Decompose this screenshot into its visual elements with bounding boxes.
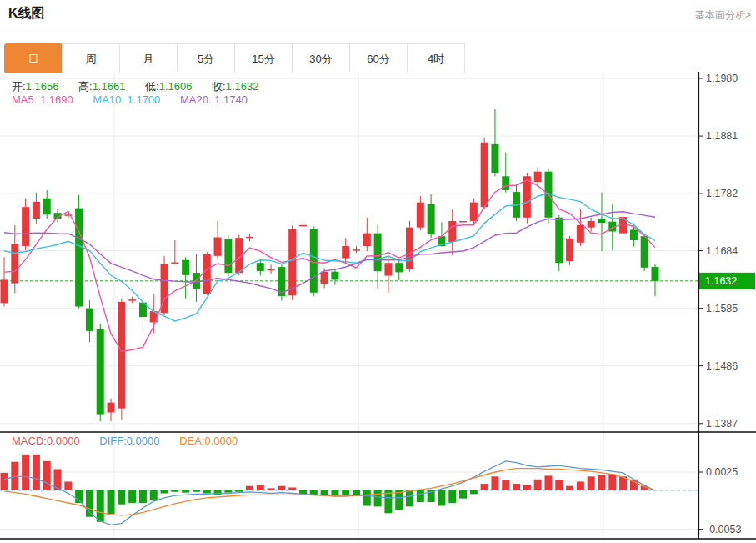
- candle-body: [97, 329, 104, 415]
- macd-hist-bar: [544, 475, 552, 490]
- macd-hist-bar: [161, 490, 168, 494]
- candle-body: [555, 218, 563, 263]
- price-tick-label: 1.1486: [706, 360, 738, 372]
- candle-body: [246, 237, 253, 239]
- macd-hist-bar: [278, 486, 285, 490]
- candle-body: [395, 263, 403, 272]
- macd-hist-bar: [470, 490, 478, 494]
- price-tick-label: 1.1684: [706, 245, 738, 257]
- candle-body: [1, 279, 8, 303]
- macd-hist-bar: [598, 475, 605, 490]
- ma20-value: 1.1740: [214, 93, 248, 106]
- candle-body: [502, 176, 509, 190]
- current-price-tag-label: 1.1632: [705, 275, 737, 287]
- macd-hist-bar: [353, 490, 360, 495]
- open-label: 开:: [12, 80, 26, 93]
- macd-hist-bar: [139, 490, 147, 503]
- macd-hist-bar: [374, 490, 382, 506]
- ma10-value: 1.1700: [128, 93, 161, 106]
- candle-body: [374, 234, 382, 271]
- candle-body: [224, 239, 232, 273]
- price-tick-label: 1.1881: [706, 130, 738, 142]
- macd-hist-bar: [321, 490, 328, 495]
- candle-body: [268, 269, 275, 271]
- candle-body: [203, 254, 211, 294]
- candle-body: [428, 204, 435, 234]
- macd-hist-bar: [363, 490, 371, 505]
- macd-hist-bar: [22, 455, 29, 490]
- price-tick-label: 1.1782: [706, 188, 738, 199]
- macd-hist-bar: [1, 473, 8, 490]
- macd-hist-bar: [268, 488, 275, 490]
- candle-body: [43, 199, 51, 215]
- candle-body: [353, 249, 360, 251]
- macd-hist-bar: [395, 490, 403, 510]
- diff-value: 0.0000: [127, 435, 160, 447]
- ma5-label: MA5:: [12, 93, 37, 106]
- kline-page: K线图 基本面分析> 日 周 月 5分 15分 30分 60分 4时 1.198…: [0, 0, 756, 543]
- candle-body: [331, 272, 338, 280]
- ma-legend: MA5: 1.1690 MA10: 1.1700 MA20: 1.1740: [12, 93, 264, 106]
- macd-hist-bar: [577, 481, 584, 490]
- candle-body: [534, 172, 542, 183]
- candle-body: [299, 225, 307, 227]
- candle-body: [118, 302, 125, 409]
- candle-body: [257, 263, 264, 271]
- price-tick-label: 1.1980: [706, 73, 738, 84]
- candle-body: [448, 221, 456, 242]
- candle-body: [108, 403, 115, 413]
- macd-hist-bar: [534, 480, 542, 490]
- macd-hist-bar: [257, 485, 264, 490]
- macd-hist-bar: [64, 481, 72, 490]
- macd-hist-bar: [150, 490, 158, 500]
- low-value: 1.1606: [159, 80, 193, 93]
- candle-body: [598, 219, 605, 223]
- candle-body: [652, 267, 659, 281]
- macd-hist-bar: [203, 490, 211, 494]
- macd-hist-bar: [171, 490, 178, 492]
- ma10-label: MA10:: [93, 93, 124, 106]
- candle-body: [22, 207, 29, 246]
- macd-hist-bar: [417, 490, 424, 502]
- candle-body: [566, 239, 573, 261]
- low-label: 低:: [145, 80, 159, 93]
- candle-body: [363, 234, 371, 246]
- macd-hist-bar: [438, 490, 445, 505]
- ma20-label: MA20:: [180, 93, 212, 106]
- macd-hist-bar: [342, 490, 349, 495]
- candle-body: [630, 229, 638, 240]
- high-label: 高:: [78, 80, 93, 93]
- macd-hist-bar: [108, 490, 115, 514]
- candle-body: [384, 263, 392, 275]
- price-tick-label: 1.1387: [706, 418, 738, 430]
- candle-body: [11, 244, 18, 283]
- price-tick-label: 1.1585: [706, 303, 738, 314]
- dea-value: 0.0000: [205, 435, 238, 447]
- candle-body: [33, 202, 40, 219]
- candle-body: [214, 237, 222, 255]
- close-label: 收:: [212, 80, 226, 93]
- candle-body: [321, 272, 328, 284]
- diff-label: DIFF:: [99, 435, 127, 447]
- macd-hist-bar: [193, 490, 200, 492]
- candle-body: [406, 228, 413, 269]
- candle-body: [470, 203, 478, 221]
- macd-hist-bar: [406, 490, 413, 506]
- ohlc-legend: 开:1.1656 高:1.1661 低:1.1606 收:1.1632: [12, 79, 275, 94]
- macd-hist-bar: [246, 486, 253, 490]
- candle-body: [641, 236, 648, 268]
- macd-hist-bar: [43, 461, 51, 490]
- candle-body: [86, 309, 93, 331]
- macd-hist-bar: [459, 490, 467, 499]
- macd-hist-bar: [555, 480, 563, 490]
- candle-body: [182, 260, 189, 275]
- open-value: 1.1656: [26, 80, 59, 93]
- macd-hist-bar: [523, 485, 531, 490]
- macd-legend: MACD:0.0000 DIFF:0.0000 DEA:0.0000: [12, 435, 254, 447]
- macd-hist-bar: [448, 490, 456, 503]
- macd-hist-bar: [118, 490, 125, 505]
- candle-body: [288, 229, 296, 296]
- macd-hist-bar: [502, 480, 509, 490]
- macd-hist-bar: [235, 490, 243, 492]
- macd-label: MACD:: [12, 435, 47, 447]
